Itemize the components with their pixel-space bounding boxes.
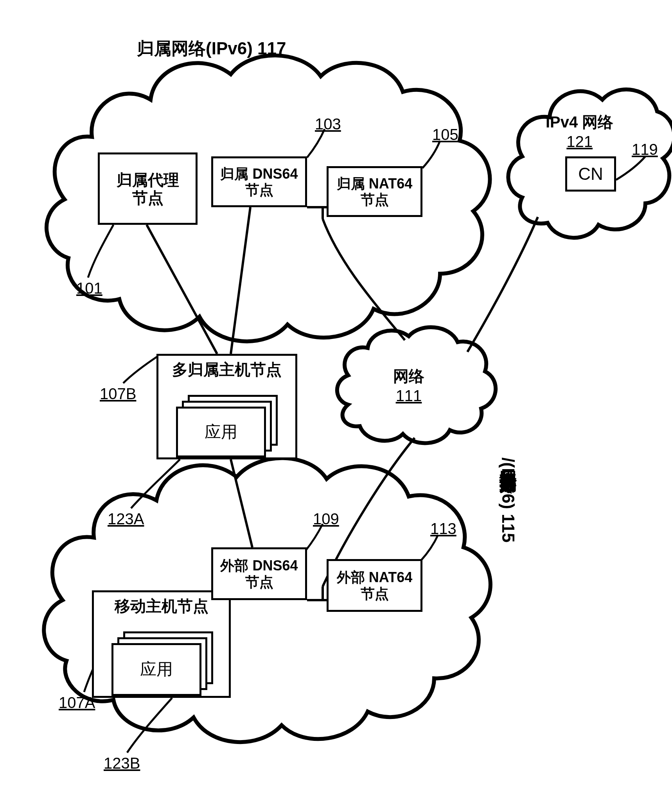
ref-109: 109 (313, 510, 339, 528)
leader-103 (307, 129, 325, 158)
ref-123b: 123B (104, 755, 140, 772)
multihomed-title: 多归属主机节点 (172, 360, 282, 378)
mobile-app: 应用 (111, 643, 201, 696)
line-homedns-to-multihomed (231, 207, 250, 354)
ref-123a: 123A (108, 510, 144, 528)
home-nat64-l2: 节点 (361, 192, 389, 208)
mobile-host-group: 移动主机节点 应用 (92, 590, 231, 698)
leader-109 (305, 524, 323, 551)
ref-107b: 107B (100, 385, 136, 403)
foreign-dns64-l1: 外部 DNS64 (220, 558, 298, 574)
ipv4-title: IPv4 网络 121 (546, 111, 613, 151)
multihomed-app: 应用 (176, 407, 266, 457)
ref-107a: 107A (59, 694, 95, 712)
leader-105 (422, 141, 440, 168)
ref-113: 113 (430, 520, 456, 538)
foreign-network-title: 外部网络/第二归属网络(IPv6) 115 (497, 457, 520, 543)
line-homeagent-to-multihomed (147, 225, 217, 354)
ref-119: 119 (632, 141, 658, 158)
ref-101: 101 (76, 280, 102, 297)
home-network-title: 归属网络(IPv6) 117 (137, 37, 286, 60)
home-agent-l2: 节点 (132, 189, 164, 207)
foreign-nat64-l2: 节点 (361, 586, 389, 602)
home-nat64-l1: 归属 NAT64 (337, 176, 412, 192)
ref-103: 103 (315, 115, 341, 133)
leader-107b (123, 356, 158, 383)
cn-node: CN (565, 156, 616, 192)
home-dns64-l1: 归属 DNS64 (220, 166, 298, 182)
mobile-title: 移动主机节点 (115, 597, 208, 615)
diagram-root: 归属网络(IPv6) 117 归属代理 节点 101 归属 DNS64 节点 1… (0, 0, 672, 787)
center-network-label: 网络 111 (393, 366, 424, 405)
foreign-dns64-l2: 节点 (245, 574, 273, 590)
home-dns64-l2: 节点 (245, 182, 273, 198)
home-agent-l1: 归属代理 (117, 171, 179, 189)
line-center-to-ipv4 (467, 217, 538, 352)
foreign-nat64-l1: 外部 NAT64 (337, 569, 412, 585)
foreign-nat64-node: 外部 NAT64 节点 (327, 559, 422, 612)
leader-113 (420, 535, 438, 561)
home-nat64-node: 归属 NAT64 节点 (327, 166, 422, 217)
ref-105: 105 (432, 126, 458, 143)
home-dns64-node: 归属 DNS64 节点 (211, 156, 307, 207)
multihomed-host-group: 多归属主机节点 应用 (156, 354, 297, 459)
leader-101 (88, 225, 113, 278)
home-agent-node: 归属代理 节点 (98, 152, 198, 225)
foreign-dns64-node: 外部 DNS64 节点 (211, 547, 307, 600)
leader-119 (616, 156, 645, 180)
